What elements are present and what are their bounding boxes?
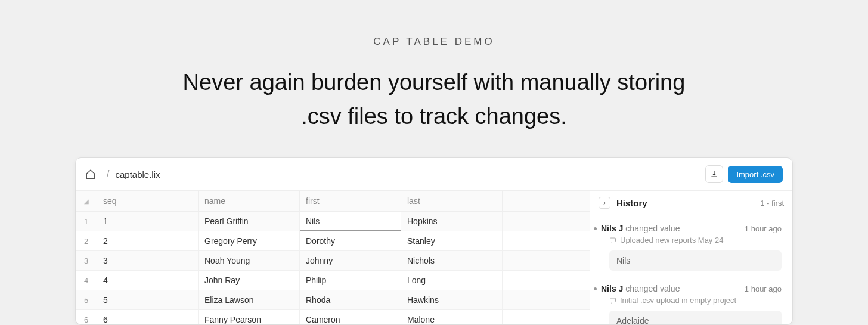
- history-action: changed value: [625, 224, 680, 233]
- history-action: changed value: [625, 284, 680, 293]
- row-number[interactable]: 2: [76, 231, 97, 250]
- cell-first[interactable]: Philip: [300, 271, 401, 290]
- timeline-dot-icon: [594, 227, 597, 230]
- cell-name[interactable]: Noah Young: [199, 251, 300, 270]
- cell-last[interactable]: Hopkins: [401, 212, 503, 231]
- history-title: History: [616, 198, 647, 208]
- comment-icon: [609, 297, 616, 304]
- cell-first-selected[interactable]: Nils: [300, 212, 401, 231]
- cell-last[interactable]: Nichols: [401, 251, 503, 270]
- history-user: Nils J: [601, 284, 623, 293]
- cell-seq[interactable]: 6: [97, 310, 199, 325]
- history-time: 1 hour ago: [745, 284, 782, 293]
- svg-rect-0: [610, 238, 616, 242]
- corner-cell[interactable]: ◢: [76, 191, 97, 211]
- download-icon: [710, 170, 718, 178]
- cell-first[interactable]: Cameron: [300, 310, 401, 325]
- history-user: Nils J: [601, 224, 623, 233]
- column-header-last[interactable]: last: [401, 191, 503, 211]
- history-description: Uploaded new reports May 24: [620, 236, 723, 244]
- cell-seq[interactable]: 5: [97, 290, 199, 309]
- cell-seq[interactable]: 4: [97, 271, 199, 290]
- history-cell-reference: 1 - first: [760, 199, 784, 208]
- cell-first[interactable]: Johnny: [300, 251, 401, 270]
- cell-last[interactable]: Malone: [401, 310, 503, 325]
- cell-first[interactable]: Dorothy: [300, 231, 401, 250]
- history-value: Nils: [609, 250, 782, 271]
- cell-last[interactable]: Long: [401, 271, 503, 290]
- spreadsheet-table: ◢ seq name first last 1 1 Pearl Griffin …: [76, 191, 590, 325]
- cell-last[interactable]: Stanley: [401, 231, 503, 250]
- row-number[interactable]: 5: [76, 290, 97, 309]
- filename: captable.lix: [115, 169, 160, 179]
- history-description: Initial .csv upload in empty project: [620, 296, 736, 305]
- row-number[interactable]: 3: [76, 251, 97, 270]
- cell-seq[interactable]: 2: [97, 231, 199, 250]
- table-row: 5 5 Eliza Lawson Rhoda Hawkins: [76, 290, 590, 310]
- import-csv-button[interactable]: Import .csv: [728, 166, 783, 183]
- app-header: / captable.lix Import .csv: [76, 158, 792, 191]
- history-item: Nils J changed value 1 hour ago Initial …: [590, 276, 792, 325]
- table-row: 4 4 John Ray Philip Long: [76, 271, 590, 290]
- svg-rect-1: [610, 298, 616, 302]
- table-row: 3 3 Noah Young Johnny Nichols: [76, 251, 590, 271]
- column-header-seq[interactable]: seq: [97, 191, 199, 211]
- cell-seq[interactable]: 1: [97, 212, 199, 231]
- history-item: Nils J changed value 1 hour ago Uploaded…: [590, 215, 792, 276]
- app-window: / captable.lix Import .csv ◢ seq name fi…: [75, 157, 793, 325]
- download-button[interactable]: [705, 165, 723, 183]
- row-number[interactable]: 6: [76, 310, 97, 325]
- chevron-right-icon[interactable]: ›: [599, 197, 610, 209]
- cell-last[interactable]: Hawkins: [401, 290, 503, 309]
- table-row: 6 6 Fanny Pearson Cameron Malone: [76, 310, 590, 325]
- row-number[interactable]: 1: [76, 212, 97, 231]
- column-header-first[interactable]: first: [300, 191, 401, 211]
- cell-name[interactable]: Fanny Pearson: [199, 310, 300, 325]
- cell-name[interactable]: John Ray: [199, 271, 300, 290]
- history-time: 1 hour ago: [745, 224, 782, 233]
- headline-text: Never again burden yourself with manuall…: [166, 66, 702, 134]
- row-number[interactable]: 4: [76, 271, 97, 290]
- table-row: 1 1 Pearl Griffin Nils Hopkins: [76, 212, 590, 231]
- cell-seq[interactable]: 3: [97, 251, 199, 270]
- cell-name[interactable]: Eliza Lawson: [199, 290, 300, 309]
- column-header-name[interactable]: name: [199, 191, 300, 211]
- cell-name[interactable]: Pearl Griffin: [199, 212, 300, 231]
- timeline-dot-icon: [594, 287, 597, 290]
- eyebrow-text: CAP TABLE DEMO: [373, 36, 494, 48]
- comment-icon: [609, 237, 616, 244]
- breadcrumb-separator: /: [107, 169, 109, 179]
- cell-first[interactable]: Rhoda: [300, 290, 401, 309]
- table-row: 2 2 Gregory Perry Dorothy Stanley: [76, 231, 590, 251]
- history-value: Adelaide: [609, 311, 782, 325]
- home-icon[interactable]: [85, 169, 96, 179]
- history-panel: › History 1 - first Nils J changed value…: [590, 191, 792, 325]
- cell-name[interactable]: Gregory Perry: [199, 231, 300, 250]
